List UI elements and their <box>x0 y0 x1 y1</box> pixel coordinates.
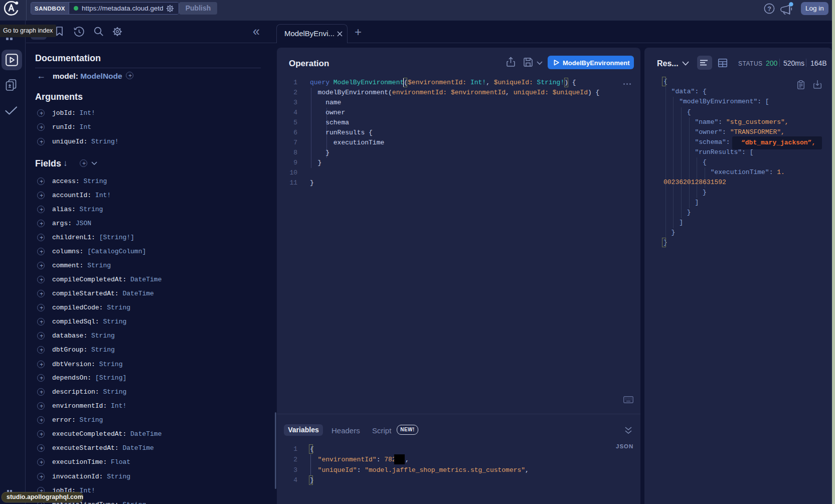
svg-text:?: ? <box>767 6 771 13</box>
